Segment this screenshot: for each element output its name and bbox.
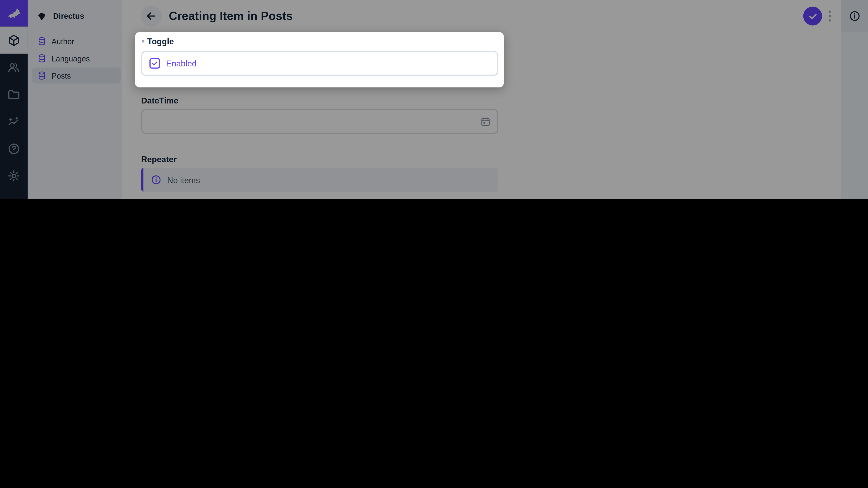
field-edited-dot: [142, 39, 145, 42]
toggle-field-card: Toggle Enabled: [135, 32, 504, 88]
directus-app: Creating Item in Posts Toggle Enabled: [0, 0, 868, 199]
toggle-field-label: Toggle: [147, 36, 174, 46]
checkbox-checked-icon[interactable]: [149, 58, 160, 69]
toggle-input[interactable]: Enabled: [141, 51, 498, 76]
toggle-field-label-row: Toggle: [147, 36, 498, 46]
spotlight-overlay: [0, 0, 868, 199]
toggle-option-label: Enabled: [166, 59, 197, 68]
